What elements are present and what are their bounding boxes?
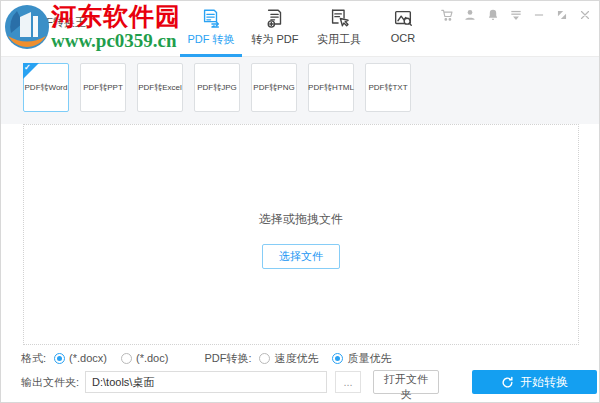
tab-label: PDF转HTML — [308, 82, 354, 93]
cart-icon[interactable] — [439, 7, 454, 22]
nav-label: 转为 PDF — [251, 32, 298, 47]
tab-pdf-to-html[interactable]: PDF转HTML — [308, 63, 354, 112]
start-convert-button[interactable]: 开始转换 — [472, 370, 597, 394]
radio-icon — [332, 353, 343, 364]
output-folder-label: 输出文件夹: — [21, 375, 79, 390]
radio-docx[interactable]: (*.docx) — [54, 352, 107, 364]
radio-quality-priority[interactable]: 质量优先 — [332, 351, 391, 366]
check-icon — [23, 63, 39, 79]
radio-icon — [259, 353, 270, 364]
nav-item-pdf-convert[interactable]: PDF 转换 — [179, 5, 243, 56]
to-pdf-icon — [264, 5, 286, 31]
select-file-button[interactable]: 选择文件 — [262, 244, 340, 269]
watermark-site-name: 河东软件园 — [51, 4, 181, 29]
radio-label: (*.docx) — [69, 352, 107, 364]
top-nav: PDF 转换 转为 PDF — [179, 5, 435, 56]
nav-label: 实用工具 — [317, 32, 361, 47]
output-row: 输出文件夹: ... 打开文件夹 开始转换 — [21, 370, 597, 394]
tools-icon — [328, 5, 350, 31]
menu-icon[interactable] — [508, 7, 523, 22]
close-icon[interactable] — [577, 7, 592, 22]
radio-label: 质量优先 — [347, 351, 391, 366]
site-logo-icon — [3, 3, 51, 51]
tab-pdf-to-ppt[interactable]: PDF转PPT — [80, 63, 126, 112]
nav-item-ocr[interactable]: OCR — [371, 5, 435, 56]
minimize-icon[interactable] — [531, 7, 546, 22]
user-icon[interactable] — [462, 7, 477, 22]
start-convert-label: 开始转换 — [520, 374, 568, 391]
radio-label: 速度优先 — [274, 351, 318, 366]
convert-mode-label: PDF转换: — [204, 351, 251, 366]
tab-label: PDF转PNG — [253, 82, 294, 93]
radio-icon — [121, 353, 132, 364]
tab-pdf-to-txt[interactable]: PDF转TXT — [365, 63, 411, 112]
refresh-icon — [501, 376, 514, 389]
tab-label: PDF转TXT — [368, 82, 407, 93]
watermark-logo: 河东软件园 www.pc0359.cn — [3, 3, 181, 51]
nav-item-tools[interactable]: 实用工具 — [307, 5, 371, 56]
app-window: PDF转换王 河东软件园 www.pc0359.cn — [0, 0, 600, 403]
pdf-convert-icon — [200, 5, 222, 31]
browse-button[interactable]: ... — [335, 371, 361, 393]
file-dropzone[interactable]: 选择或拖拽文件 选择文件 — [23, 124, 579, 345]
nav-item-to-pdf[interactable]: 转为 PDF — [243, 5, 307, 56]
tab-pdf-to-jpg[interactable]: PDF转JPG — [194, 63, 240, 112]
bell-icon[interactable] — [485, 7, 500, 22]
window-controls — [439, 7, 592, 22]
tab-label: PDF转PPT — [83, 82, 123, 93]
header: PDF转换王 河东软件园 www.pc0359.cn — [1, 1, 599, 57]
radio-label: (*.doc) — [136, 352, 168, 364]
watermark-site-url: www.pc0359.cn — [51, 31, 181, 50]
watermark-text: 河东软件园 www.pc0359.cn — [51, 4, 181, 50]
tab-pdf-to-word[interactable]: PDF转Word — [23, 63, 69, 112]
tab-pdf-to-png[interactable]: PDF转PNG — [251, 63, 297, 112]
radio-doc[interactable]: (*.doc) — [121, 352, 168, 364]
tab-pdf-to-excel[interactable]: PDF转Excel — [137, 63, 183, 112]
ocr-icon — [392, 5, 414, 31]
tab-label: PDF转Excel — [138, 82, 182, 93]
options-row: 格式: (*.docx) (*.doc) PDF转换: 速度优先 质量优先 — [21, 351, 405, 365]
dropzone-hint: 选择或拖拽文件 — [24, 211, 578, 228]
tab-label: PDF转Word — [25, 82, 68, 93]
nav-label: OCR — [391, 32, 415, 44]
radio-icon — [54, 353, 65, 364]
tab-label: PDF转JPG — [197, 82, 237, 93]
conversion-tabs: PDF转Word PDF转PPT PDF转Excel PDF转JPG PDF转P… — [1, 57, 599, 124]
output-path-input[interactable] — [85, 371, 327, 393]
open-folder-button[interactable]: 打开文件夹 — [373, 370, 439, 394]
radio-speed-priority[interactable]: 速度优先 — [259, 351, 318, 366]
nav-label: PDF 转换 — [187, 32, 234, 47]
maximize-icon[interactable] — [554, 7, 569, 22]
format-label: 格式: — [21, 351, 46, 366]
